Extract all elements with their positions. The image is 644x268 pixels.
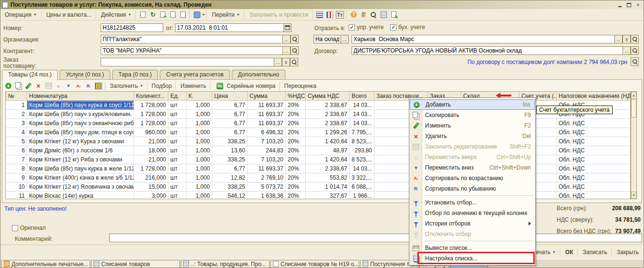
contractor-field[interactable] bbox=[101, 46, 283, 55]
original-checkbox[interactable]: Оригинал bbox=[12, 225, 46, 231]
col-tax-purpose[interactable]: Налоговое назначение (НДС) bbox=[557, 92, 631, 100]
menu-item-edit[interactable]: ИзменитьF2 bbox=[410, 120, 535, 131]
col-total[interactable]: Всего bbox=[350, 92, 374, 100]
move-up-icon[interactable] bbox=[54, 82, 62, 90]
unpost-document-icon[interactable] bbox=[179, 11, 187, 19]
table-row[interactable]: 3Корм Шеба (85г) пауч з океанічною рибо.… bbox=[6, 118, 631, 128]
menu-item-filter-history[interactable]: История отборов bbox=[410, 218, 535, 229]
serial-numbers-button[interactable]: Серийные номера bbox=[212, 81, 278, 91]
scroll-down-icon[interactable]: ▼ bbox=[631, 192, 636, 199]
delete-row-icon[interactable] bbox=[34, 82, 42, 90]
comment-field[interactable] bbox=[109, 234, 642, 242]
tab-services[interactable]: Услуги (0 поз.) bbox=[60, 70, 110, 80]
post-document-icon[interactable] bbox=[169, 11, 177, 19]
table-row[interactable]: 10Корм Кітікет (12 кг) Яловичина з овоча… bbox=[6, 182, 631, 191]
tab-additional[interactable]: Дополнительно bbox=[232, 70, 285, 80]
scroll-up-icon[interactable]: ▲ bbox=[631, 92, 636, 99]
pick-button[interactable]: Подбор bbox=[149, 82, 174, 90]
col-nomenclature[interactable]: Номенклатура bbox=[27, 92, 134, 100]
table-row[interactable]: 4Корм Шеба (85г) пауч дом. птиця в соусі… bbox=[6, 128, 631, 137]
table-row[interactable]: 8Корм Шеба (85г) пауч курка в желе 1/121… bbox=[6, 164, 631, 173]
fill-button[interactable]: Заполнить▼ bbox=[107, 82, 145, 90]
tab-goods[interactable]: Товары (24 поз.) bbox=[2, 70, 58, 80]
col-number[interactable]: № bbox=[6, 92, 27, 100]
contract-open-button[interactable] bbox=[631, 46, 639, 55]
col-coef[interactable]: К. bbox=[187, 92, 212, 100]
taskbar-item-additional-print[interactable]: Дополнительные печатные... bbox=[1, 260, 90, 268]
supplier-debt-link[interactable]: По договору с поставщиком долг компании … bbox=[467, 59, 627, 65]
warehouse-mode-field[interactable] bbox=[313, 35, 341, 43]
report-structure-icon[interactable] bbox=[316, 11, 324, 19]
restore-button[interactable] bbox=[625, 2, 633, 8]
menu-item-sort-asc[interactable]: Сортировать по возрастанию bbox=[410, 173, 535, 183]
edit-row-icon[interactable] bbox=[24, 82, 32, 90]
list-icon[interactable] bbox=[380, 11, 388, 19]
contract-select-button[interactable]: ... bbox=[623, 46, 631, 55]
buh-accounting-checkbox[interactable]: ✓ бух. учете bbox=[390, 24, 425, 31]
table-row[interactable]: 5Корм Кітікет (12 кг) Курка з овочами21,… bbox=[6, 137, 631, 146]
warehouse-clear-button[interactable]: x bbox=[623, 35, 631, 43]
end-edit-icon[interactable] bbox=[44, 82, 52, 90]
menu-item-delete[interactable]: УдалитьDel bbox=[410, 131, 535, 141]
sort-desc-icon[interactable] bbox=[84, 82, 93, 90]
text-settings-icon[interactable]: Тт bbox=[336, 11, 344, 19]
write-icon[interactable] bbox=[139, 11, 147, 19]
preview-icon[interactable] bbox=[370, 11, 378, 19]
prices-currency-button[interactable]: Цены и валюта... bbox=[43, 11, 94, 19]
table-scrollbar[interactable]: ▲ ▼ bbox=[631, 91, 637, 199]
operation-button[interactable]: Операция▼ bbox=[2, 11, 40, 19]
menu-item-copy[interactable]: СкопироватьF9 bbox=[410, 110, 535, 120]
menu-item-add[interactable]: ДобавитьIns bbox=[410, 99, 535, 110]
taskbar-item-goods-production[interactable]: ..: Товары, продукция. Про... bbox=[181, 260, 270, 268]
table-row[interactable]: 6Корм Дріміс (60г) з лососем 1/618,000шт… bbox=[6, 146, 631, 155]
menu-item-set-filter[interactable]: Установить отбор... bbox=[410, 197, 535, 208]
sort-asc-icon[interactable] bbox=[74, 82, 83, 90]
menu-item-filter-by-value[interactable]: Отбор по значению в текущей колонке bbox=[410, 208, 535, 218]
save-button[interactable]: Записать bbox=[580, 248, 610, 257]
revaluation-button[interactable]: Переоценка bbox=[282, 82, 319, 90]
flags-icon[interactable] bbox=[326, 11, 334, 19]
menu-item-move-down[interactable]: Переместить внизCtrl+Shift+Down bbox=[410, 162, 535, 173]
col-vat-sum[interactable]: Сумма НДС bbox=[306, 92, 350, 100]
table-row[interactable]: 9Корм Кітікет (400г) качка в желе з/б 1/… bbox=[6, 173, 631, 182]
warehouse-mode-select-button[interactable]: ... bbox=[341, 35, 349, 43]
move-down-icon[interactable] bbox=[64, 82, 73, 90]
ok-button[interactable]: ОК bbox=[562, 248, 576, 257]
fill-and-post-button[interactable]: Заполнить и провести bbox=[247, 11, 311, 19]
copy-row-icon[interactable] bbox=[14, 82, 22, 90]
help-icon[interactable] bbox=[350, 11, 358, 19]
subordination-icon[interactable] bbox=[390, 11, 398, 19]
table-row[interactable]: 7Корм Кітікет (12 кг) Риба з овочами21,0… bbox=[6, 155, 631, 164]
contract-field[interactable] bbox=[352, 46, 623, 55]
supplier-order-select-button[interactable]: ... bbox=[274, 58, 282, 66]
col-price[interactable]: Цена bbox=[212, 92, 248, 100]
warehouse-field[interactable] bbox=[352, 35, 615, 43]
close-form-button[interactable]: Закрыть bbox=[614, 248, 642, 257]
close-button[interactable]: × bbox=[634, 2, 642, 8]
tab-tare[interactable]: Тара (0 поз.) bbox=[112, 70, 158, 80]
barcode-icon[interactable] bbox=[94, 82, 103, 90]
warehouse-open-button[interactable] bbox=[631, 35, 639, 43]
calendar-button[interactable] bbox=[283, 23, 291, 32]
warehouse-select-button[interactable]: ... bbox=[614, 35, 623, 43]
go-button[interactable]: Перейти▼ bbox=[209, 11, 243, 19]
add-row-icon[interactable] bbox=[4, 82, 12, 90]
col-sum[interactable]: Сумма bbox=[248, 92, 286, 100]
menu-item-filter-off[interactable]: Отключить отбор bbox=[410, 229, 535, 239]
change-button[interactable]: Изменить bbox=[178, 82, 208, 90]
dt-kt-icon[interactable]: ДтКт bbox=[360, 11, 368, 19]
contractor-select-button[interactable]: ... bbox=[282, 46, 291, 55]
organization-field[interactable] bbox=[101, 35, 283, 43]
supplier-order-clear-button[interactable]: x bbox=[282, 58, 290, 66]
menu-item-sort-desc[interactable]: Сортировать по убыванию bbox=[410, 183, 535, 194]
contractor-open-button[interactable] bbox=[291, 46, 299, 55]
col-quantity[interactable]: Количест... bbox=[134, 92, 168, 100]
number-field[interactable] bbox=[101, 23, 163, 32]
chevron-down-icon[interactable]: ▼ bbox=[202, 13, 205, 16]
refresh-icon[interactable] bbox=[149, 11, 157, 19]
minimize-button[interactable] bbox=[616, 2, 623, 8]
actions-button[interactable]: Действия▼ bbox=[98, 11, 135, 19]
debt-open-button[interactable] bbox=[631, 57, 639, 66]
organization-open-button[interactable] bbox=[291, 35, 299, 43]
date-field[interactable] bbox=[175, 23, 284, 32]
